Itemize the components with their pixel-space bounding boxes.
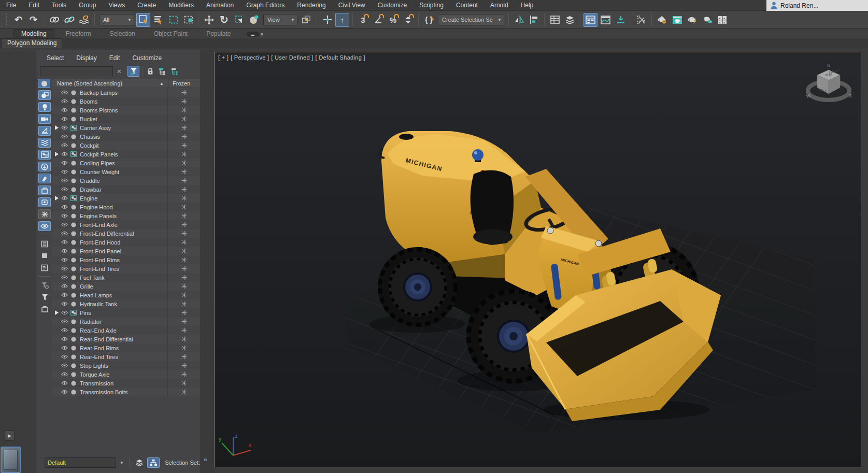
explorer-object-row[interactable]: Booms <box>52 97 200 106</box>
menubar-item[interactable]: Arnold <box>484 0 515 11</box>
visibility-eye-icon[interactable] <box>61 161 68 165</box>
explorer-menu-edit[interactable]: Edit <box>109 54 120 62</box>
object-name-label[interactable]: Radiator <box>80 319 167 325</box>
explorer-object-row[interactable]: Front-End Axle <box>52 220 200 229</box>
object-name-label[interactable]: Backup Lamps <box>80 90 167 96</box>
visibility-eye-icon[interactable] <box>61 143 68 148</box>
visibility-eye-icon[interactable] <box>61 169 68 174</box>
viewcube[interactable]: W S N TOP LEFT FRONT <box>803 60 855 107</box>
display-space-warps-button[interactable] <box>38 138 51 148</box>
menubar-item[interactable]: Content <box>450 0 484 11</box>
column-chooser-button[interactable] <box>38 239 51 249</box>
object-type-icon[interactable] <box>70 319 77 324</box>
explorer-object-row[interactable]: Cockpit <box>52 141 200 150</box>
frozen-toggle[interactable] <box>167 361 200 370</box>
render-gallery-button[interactable] <box>715 13 729 27</box>
frozen-toggle[interactable] <box>167 255 200 264</box>
window-crossing-toggle-button[interactable] <box>181 13 195 27</box>
object-name-label[interactable]: Front-End Axle <box>80 222 167 228</box>
object-type-icon[interactable] <box>70 205 77 210</box>
render-setup-button[interactable] <box>655 13 669 27</box>
object-name-label[interactable]: Front-End Rims <box>80 257 167 263</box>
explorer-object-row[interactable]: Bucket <box>52 114 200 123</box>
ribbon-options-button[interactable]: ▬ <box>247 32 259 37</box>
visibility-eye-icon[interactable] <box>61 328 68 333</box>
reference-coordinate-system-dropdown[interactable]: View ▼ <box>263 14 297 25</box>
display-all-header-button[interactable] <box>38 79 50 88</box>
object-type-icon[interactable] <box>70 337 77 342</box>
object-type-icon[interactable] <box>70 284 77 289</box>
object-name-label[interactable]: Rear-End Differential <box>80 336 167 342</box>
visibility-eye-icon[interactable] <box>61 310 68 315</box>
frozen-toggle[interactable] <box>167 106 200 114</box>
frozen-toggle[interactable] <box>167 264 200 273</box>
schematic-view-button[interactable] <box>614 13 628 27</box>
viewport-menu-shading[interactable]: [ Default Shading ] <box>316 54 365 61</box>
menubar-item[interactable]: Modifiers <box>162 0 200 11</box>
object-type-icon[interactable] <box>70 108 77 113</box>
frozen-toggle[interactable] <box>167 370 200 379</box>
explorer-object-row[interactable]: Radiator <box>52 317 200 326</box>
explorer-object-row[interactable]: Rear-End Rims <box>52 343 200 352</box>
compass-north-label[interactable]: N <box>827 63 830 68</box>
object-name-label[interactable]: Rear-End Tires <box>80 354 167 360</box>
explorer-object-row[interactable]: Cooling Pipes <box>52 159 200 167</box>
object-name-label[interactable]: Booms Pistons <box>80 107 167 113</box>
toggle-layer-explorer-button[interactable] <box>548 13 562 27</box>
object-name-label[interactable]: Front-End Tires <box>80 266 167 272</box>
explorer-object-row[interactable]: Rear-End Differential <box>52 335 200 343</box>
explorer-object-row[interactable]: Front-End Panel <box>52 247 200 255</box>
object-type-icon[interactable] <box>70 381 77 386</box>
visibility-eye-icon[interactable] <box>61 354 68 359</box>
explorer-object-row[interactable]: Backup Lamps <box>52 88 200 97</box>
frozen-toggle[interactable] <box>167 388 200 396</box>
object-type-icon[interactable] <box>70 187 77 192</box>
display-geometry-button[interactable] <box>38 90 51 100</box>
frozen-toggle[interactable] <box>167 308 200 317</box>
select-and-link-button[interactable] <box>47 13 61 27</box>
stack-view-button[interactable] <box>133 457 146 468</box>
viewport-menu-pov[interactable]: [ Perspective ] <box>231 54 269 61</box>
explorer-object-row[interactable]: Front-End Differential <box>52 229 200 238</box>
filter-combinations-button[interactable] <box>127 66 139 77</box>
object-name-label[interactable]: Bucket <box>80 116 167 122</box>
frozen-toggle[interactable] <box>167 229 200 238</box>
object-type-icon[interactable] <box>70 222 77 227</box>
object-name-label[interactable]: Pins <box>80 310 167 316</box>
object-type-icon[interactable] <box>70 151 77 157</box>
align-button[interactable] <box>527 13 541 27</box>
menubar-item[interactable]: Graph Editors <box>240 0 291 11</box>
visibility-eye-icon[interactable] <box>61 275 68 280</box>
object-type-icon[interactable] <box>70 372 77 377</box>
visibility-eye-icon[interactable] <box>61 90 68 95</box>
object-type-icon[interactable] <box>70 134 77 139</box>
visibility-eye-icon[interactable] <box>61 284 68 289</box>
user-account-chip[interactable]: Roland Ren... <box>766 0 868 11</box>
visibility-eye-icon[interactable] <box>61 337 68 341</box>
search-input[interactable] <box>40 66 113 77</box>
object-type-icon[interactable] <box>70 257 77 263</box>
mirror-button[interactable] <box>512 13 526 27</box>
name-column-header[interactable]: Name (Sorted Ascending) <box>57 80 122 87</box>
frozen-toggle[interactable] <box>167 185 200 194</box>
curve-editor-button[interactable] <box>599 13 613 27</box>
menubar-item[interactable]: Views <box>102 0 131 11</box>
visibility-eye-icon[interactable] <box>61 99 68 104</box>
frozen-toggle[interactable] <box>167 326 200 335</box>
visibility-eye-icon[interactable] <box>61 196 68 200</box>
explorer-object-row[interactable]: Stop Lights <box>52 361 200 370</box>
display-xrefs-button[interactable] <box>38 162 51 171</box>
object-type-icon[interactable] <box>70 169 77 175</box>
frozen-toggle[interactable] <box>167 352 200 361</box>
frozen-toggle[interactable] <box>167 220 200 229</box>
object-name-label[interactable]: Grille <box>80 283 167 290</box>
object-name-label[interactable]: Transmission <box>80 380 167 386</box>
object-name-label[interactable]: Engine <box>80 195 167 202</box>
menubar-item[interactable]: Animation <box>200 0 240 11</box>
frozen-toggle[interactable] <box>167 114 200 123</box>
select-and-scale-button[interactable] <box>232 13 246 27</box>
material-editor-button[interactable] <box>634 13 648 27</box>
visibility-eye-icon[interactable] <box>61 187 68 192</box>
named-selection-sets-dropdown[interactable]: Create Selection Se ▼ <box>438 14 504 25</box>
select-and-manipulate-button[interactable] <box>320 13 334 27</box>
